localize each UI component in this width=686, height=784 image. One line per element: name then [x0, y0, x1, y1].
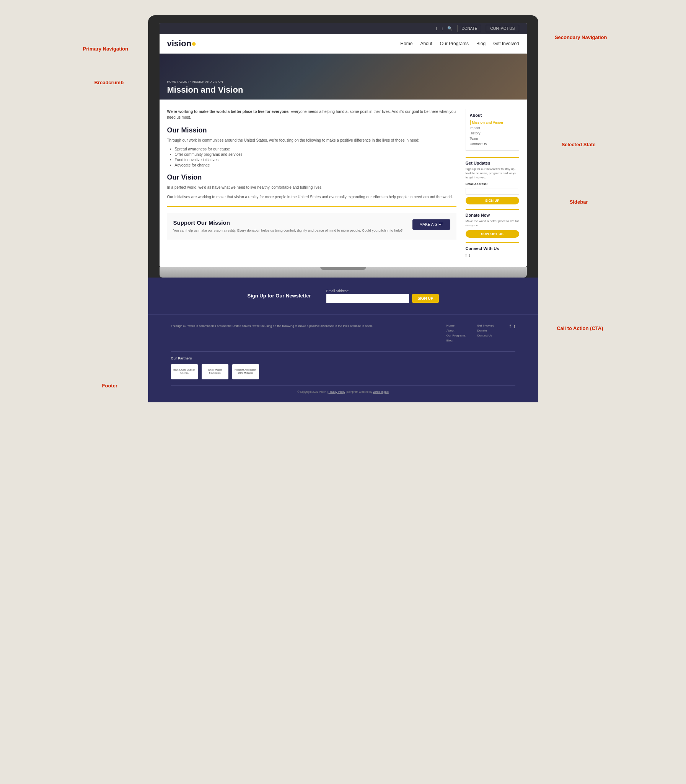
sidebar-nav-history[interactable]: History: [470, 131, 515, 136]
wired-impact-link[interactable]: Wired Impact: [373, 391, 389, 393]
partner-logo-2: Whole Planet Foundation: [202, 364, 229, 380]
partner-logo-3: Nonprofit Association of the Midlands: [232, 364, 259, 380]
sidebar-nav: Mission and Vision Impact History Team C…: [470, 120, 515, 147]
sidebar-divider-1: [466, 157, 519, 158]
partner-logo-text-3: Nonprofit Association of the Midlands: [232, 367, 259, 376]
footer-links-col1: Home About Our Programs Blog: [446, 324, 466, 344]
footer-link-home[interactable]: Home: [446, 324, 466, 327]
annotation-breadcrumb: Breadcrumb: [95, 80, 124, 85]
bullet-item: Fund innovative initiatives: [175, 158, 456, 162]
search-icon[interactable]: 🔍: [447, 26, 452, 31]
support-section: Support Our Mission You can help us make…: [167, 213, 456, 240]
footer-links-col2: Get Involved Donate Contact Us: [477, 324, 494, 344]
footer-link-contact[interactable]: Contact Us: [477, 334, 494, 337]
partner-logos: Boys & Girls Clubs of America Whole Plan…: [171, 364, 515, 380]
laptop-screen: f t 🔍 DONATE CONTACT US vision● Home Abo…: [160, 23, 527, 267]
get-updates-text: Sign up for our newsletter to stay up-to…: [466, 167, 519, 180]
cta-signup-button[interactable]: SIGN UP: [412, 294, 438, 303]
footer-facebook-icon[interactable]: f: [510, 324, 511, 329]
support-text-area: Support Our Mission You can help us make…: [173, 219, 407, 234]
nav-get-involved[interactable]: Get Involved: [493, 41, 519, 46]
site-footer: Through our work in communities around t…: [148, 314, 538, 402]
footer-cta: Sign Up for Our Newsletter Email Address…: [148, 278, 538, 314]
nav-blog[interactable]: Blog: [476, 41, 485, 46]
sidebar-nav-impact[interactable]: Impact: [470, 125, 515, 131]
footer-link-donate[interactable]: Donate: [477, 329, 494, 332]
primary-nav: Home About Our Programs Blog Get Involve…: [400, 41, 519, 46]
footer-twitter-icon[interactable]: t: [514, 324, 515, 329]
sidebar-about-title: About: [470, 113, 515, 118]
privacy-policy-link[interactable]: Privacy Policy: [328, 391, 345, 393]
footer-main: Through our work in communities around t…: [156, 324, 531, 344]
twitter-connect-icon[interactable]: t: [469, 253, 470, 258]
breadcrumb: HOME / ABOUT / MISSION AND VISION: [167, 80, 519, 83]
sidebar-connect: Connect With Us f t: [466, 246, 519, 258]
partner-logo-1: Boys & Girls Clubs of America: [171, 364, 198, 380]
footer-copyright: © Copyright 2021 Vision | Privacy Policy…: [297, 391, 389, 393]
donate-button[interactable]: DONATE: [457, 25, 481, 32]
annotation-footer: Footer: [102, 383, 118, 389]
cta-title: Sign Up for Our Newsletter: [248, 293, 311, 299]
get-updates-title: Get Updates: [466, 161, 519, 165]
footer-partners-title: Our Partners: [171, 357, 515, 360]
footer-about: Through our work in communities around t…: [171, 324, 431, 344]
connect-title: Connect With Us: [466, 246, 519, 251]
partner-logo-text-1: Boys & Girls Clubs of America: [171, 367, 198, 376]
sidebar-nav-team[interactable]: Team: [470, 136, 515, 141]
footer-bottom: © Copyright 2021 Vision | Privacy Policy…: [156, 391, 531, 393]
sidebar-divider-2: [466, 209, 519, 210]
support-us-button[interactable]: SUPPORT US: [466, 230, 519, 238]
footer-divider-2: [171, 386, 515, 386]
sidebar-get-updates: Get Updates Sign up for our newsletter t…: [466, 161, 519, 205]
nav-about[interactable]: About: [420, 41, 432, 46]
cta-inner: Sign Up for Our Newsletter Email Address…: [248, 289, 439, 303]
sidebar-donate-text: Make the world a better place to live fo…: [466, 219, 519, 228]
support-title: Support Our Mission: [173, 219, 407, 226]
footer-link-about[interactable]: About: [446, 329, 466, 332]
bullet-item: Spread awareness for our cause: [175, 147, 456, 151]
footer-link-get-involved[interactable]: Get Involved: [477, 324, 494, 327]
footer-links: Home About Our Programs Blog Get Involve…: [446, 324, 494, 344]
sidebar-about-section: About Mission and Vision Impact History …: [466, 109, 519, 151]
nav-home[interactable]: Home: [400, 41, 412, 46]
sidebar-email-input[interactable]: [466, 188, 519, 195]
cta-form: SIGN UP: [327, 294, 439, 303]
twitter-icon[interactable]: t: [441, 26, 443, 31]
sidebar-donate: Donate Now Make the world a better place…: [466, 213, 519, 238]
cta-email-label: Email Address:: [327, 289, 439, 293]
main-content: We're working to make the world a better…: [160, 100, 527, 267]
footer-link-programs[interactable]: Our Programs: [446, 334, 466, 337]
facebook-connect-icon[interactable]: f: [466, 253, 467, 258]
sidebar-signup-button[interactable]: SIGN UP: [466, 197, 519, 205]
content-area: We're working to make the world a better…: [167, 109, 456, 258]
annotation-secondary-nav: Secondary Navigation: [555, 34, 607, 41]
site-header: vision● Home About Our Programs Blog Get…: [160, 34, 527, 54]
hero-section: HOME / ABOUT / MISSION AND VISION Missio…: [160, 54, 527, 100]
contact-button[interactable]: CONTACT US: [486, 25, 519, 32]
cta-email-input[interactable]: [327, 294, 409, 303]
facebook-icon[interactable]: f: [436, 26, 437, 31]
vision-text1: In a perfect world, we'd all have what w…: [167, 185, 456, 190]
footer-partners: Our Partners Boys & Girls Clubs of Ameri…: [156, 357, 531, 380]
bullet-item: Advocate for change: [175, 163, 456, 167]
page-title: Mission and Vision: [167, 85, 519, 95]
sidebar-nav-contact[interactable]: Contact Us: [470, 141, 515, 147]
sidebar: About Mission and Vision Impact History …: [466, 109, 519, 258]
mission-title: Our Mission: [167, 126, 456, 134]
connect-icons: f t: [466, 253, 519, 258]
nav-programs[interactable]: Our Programs: [440, 41, 469, 46]
footer-about-text: Through our work in communities around t…: [171, 324, 431, 329]
vision-text2: Our initiatives are working to make that…: [167, 194, 456, 200]
site-logo: vision●: [167, 39, 197, 49]
bullet-item: Offer community programs and services: [175, 152, 456, 157]
secondary-nav: f t 🔍 DONATE CONTACT US: [160, 23, 527, 34]
annotation-selected-state: Selected State: [562, 142, 596, 147]
footer-link-blog[interactable]: Blog: [446, 339, 466, 342]
annotation-primary-nav: Primary Navigation: [83, 46, 129, 52]
make-gift-button[interactable]: MAKE A GIFT: [412, 219, 450, 230]
sidebar-nav-mission[interactable]: Mission and Vision: [470, 120, 515, 125]
section-divider: [167, 206, 456, 207]
annotation-cta: Call to Action (CTA): [557, 326, 603, 332]
annotation-sidebar: Sidebar: [570, 199, 588, 205]
support-text: You can help us make our vision a realit…: [173, 228, 407, 234]
